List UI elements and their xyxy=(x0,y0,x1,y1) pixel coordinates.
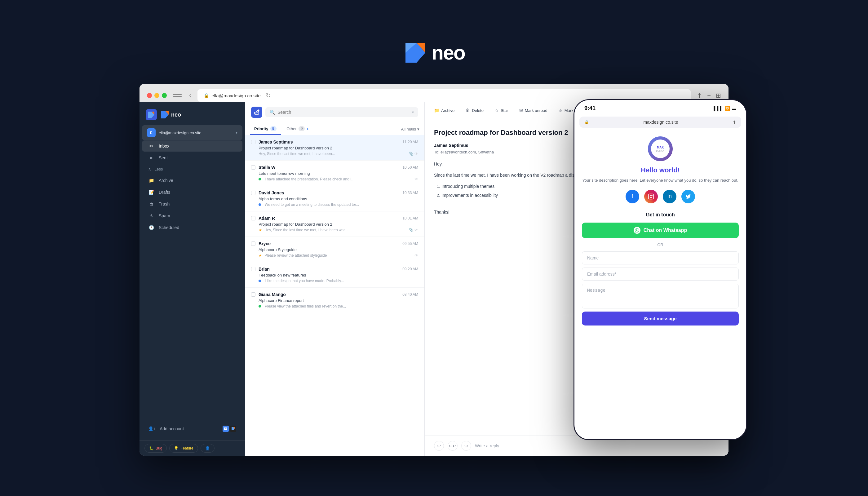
email-checkbox[interactable] xyxy=(251,216,255,220)
add-account-button[interactable]: 👤+ Add account xyxy=(142,422,243,435)
email-icons: 📎 👁 xyxy=(409,228,418,232)
twitter-icon[interactable] xyxy=(681,190,695,203)
email-checkbox[interactable] xyxy=(251,267,255,271)
email-checkbox[interactable] xyxy=(251,292,255,297)
mark-unread-icon: ✉ xyxy=(519,108,523,113)
tabs-icon[interactable]: ⊞ xyxy=(716,92,721,99)
email-item[interactable]: Brian 09:20 AM Feedback on new features … xyxy=(245,262,424,288)
facebook-icon[interactable]: f xyxy=(625,190,639,203)
bug-tag[interactable]: 🐛 Bug xyxy=(144,444,167,453)
account-item[interactable]: E ella@maxdesign.co.site ▾ xyxy=(142,125,243,140)
forward-button[interactable]: ↪ xyxy=(461,441,471,451)
new-tab-icon[interactable]: + xyxy=(707,92,711,99)
email-input[interactable] xyxy=(582,267,739,281)
email-item[interactable]: Bryce 09:55 AM Alphacorp Styleguide ★ Pl… xyxy=(245,237,424,262)
search-dropdown-icon[interactable]: ▾ xyxy=(412,110,414,114)
email-checkbox[interactable] xyxy=(251,165,255,170)
chevron-up-icon: ∧ xyxy=(148,167,151,171)
email-item[interactable]: Stella W 10:50 AM Lets meet tomorrow mor… xyxy=(245,160,424,186)
sidebar-item-inbox[interactable]: ✉ Inbox xyxy=(142,140,243,152)
instagram-icon[interactable] xyxy=(644,190,658,203)
bug-icon: 🐛 xyxy=(149,446,154,450)
email-checkbox[interactable] xyxy=(251,242,255,246)
email-item[interactable]: David Jones 10:33 AM Alpha terms and con… xyxy=(245,186,424,212)
send-message-button[interactable]: Send message xyxy=(582,312,739,326)
svg-rect-9 xyxy=(649,194,654,199)
search-bar[interactable]: 🔍 ▾ xyxy=(265,107,418,117)
wifi-icon: 🛜 xyxy=(725,106,730,111)
less-label: Less xyxy=(154,167,163,171)
email-sender: Adam R xyxy=(259,216,399,221)
email-sender: David Jones xyxy=(259,190,399,195)
archive-action-button[interactable]: 📁 Archive xyxy=(431,106,458,115)
status-dot xyxy=(259,203,261,206)
sidebar-item-sent[interactable]: ➤ Sent xyxy=(142,152,243,164)
sidebar-less-toggle[interactable]: ∧ Less xyxy=(142,164,243,174)
email-preview: We need to get on a meeting to discuss t… xyxy=(265,202,418,207)
account-avatar: E xyxy=(147,128,156,137)
delete-action-button[interactable]: 🗑 Delete xyxy=(463,106,487,115)
message-input[interactable] xyxy=(582,284,739,308)
email-item[interactable]: James Septimus 11:20 AM Project roadmap … xyxy=(245,135,424,160)
email-sender: Giana Mango xyxy=(259,292,399,297)
dot-red[interactable] xyxy=(147,93,152,98)
reply-all-button[interactable]: ↩↩ xyxy=(448,441,458,451)
email-subject: Alphacorp Styleguide xyxy=(251,247,418,252)
search-input[interactable] xyxy=(277,110,332,115)
or-divider: OR xyxy=(657,243,663,247)
name-input[interactable] xyxy=(582,251,739,264)
neo-mini-icon xyxy=(230,425,236,432)
email-item[interactable]: Giana Mango 08:40 AM Alphacorp Finance r… xyxy=(245,288,424,313)
reply-input[interactable]: Write a reply... xyxy=(475,443,719,448)
scheduled-icon: 🕐 xyxy=(148,225,154,230)
archive-label: Archive xyxy=(159,178,173,183)
spam-icon: ⚠ xyxy=(148,213,154,218)
email-time: 08:40 AM xyxy=(402,292,418,297)
tab-priority[interactable]: Priority 5 xyxy=(250,123,281,135)
other-label: Other xyxy=(286,126,297,131)
sent-icon: ➤ xyxy=(148,155,154,160)
sidebar-item-trash[interactable]: 🗑 Trash xyxy=(142,198,243,210)
sidebar-item-archive[interactable]: 📁 Archive xyxy=(142,175,243,186)
reply-button[interactable]: ↩ xyxy=(434,441,444,451)
email-list-header: 🔍 ▾ xyxy=(245,102,424,123)
dot-yellow[interactable] xyxy=(154,93,159,98)
app-name: neo xyxy=(432,41,465,64)
account-chevron-icon: ▾ xyxy=(236,130,237,135)
priority-count: 5 xyxy=(270,126,277,131)
dot-green[interactable] xyxy=(162,93,167,98)
email-subject: Project roadmap for Dashboard version 2 xyxy=(251,222,418,227)
sidebar-brand-text: neo xyxy=(171,112,181,118)
star-action-button[interactable]: ☆ Star xyxy=(492,106,511,115)
refresh-icon[interactable]: ↻ xyxy=(266,92,271,99)
mobile-share-icon[interactable]: ⬆ xyxy=(732,120,736,125)
all-mails-filter[interactable]: All mails ▾ xyxy=(401,127,419,131)
email-item[interactable]: Adam R 10:01 AM Project roadmap for Dash… xyxy=(245,212,424,237)
feature-tag[interactable]: 💡 Feature xyxy=(169,444,198,453)
account-email: ella@maxdesign.co.site xyxy=(159,130,232,135)
mark-unread-button[interactable]: ✉ Mark unread xyxy=(516,106,551,115)
sidebar-footer: 👤+ Add account xyxy=(140,415,245,440)
sidebar-item-drafts[interactable]: 📝 Drafts xyxy=(142,187,243,198)
mobile-url: maxdesign.co.site xyxy=(591,120,730,125)
grid-icon[interactable] xyxy=(173,91,183,100)
share-icon[interactable]: ⬆ xyxy=(697,92,702,99)
compose-button[interactable] xyxy=(251,107,262,118)
mobile-browser-bar[interactable]: 🔒 maxdesign.co.site ⬆ xyxy=(579,117,741,128)
sidebar-item-spam[interactable]: ⚠ Spam xyxy=(142,210,243,221)
user-tag[interactable]: 👤 xyxy=(201,444,215,453)
email-icons: 👁 xyxy=(415,177,418,181)
email-list-panel: 🔍 ▾ Priority 5 Other 9 ● xyxy=(245,102,425,456)
mobile-lock-icon: 🔒 xyxy=(584,120,589,124)
email-checkbox[interactable] xyxy=(251,191,255,195)
email-checkbox[interactable] xyxy=(251,140,255,144)
sidebar-header: neo xyxy=(140,102,245,125)
feature-icon: 💡 xyxy=(174,446,179,450)
whatsapp-button[interactable]: Chat on Whatsapp xyxy=(582,222,739,238)
email-sender: Stella W xyxy=(259,165,399,170)
back-button[interactable]: ‹ xyxy=(189,91,191,99)
sidebar-item-scheduled[interactable]: 🕐 Scheduled xyxy=(142,222,243,233)
tab-other[interactable]: Other 9 ● xyxy=(282,123,313,135)
linkedin-icon[interactable]: in xyxy=(663,190,677,203)
email-subject: Feedback on new features xyxy=(251,273,418,277)
